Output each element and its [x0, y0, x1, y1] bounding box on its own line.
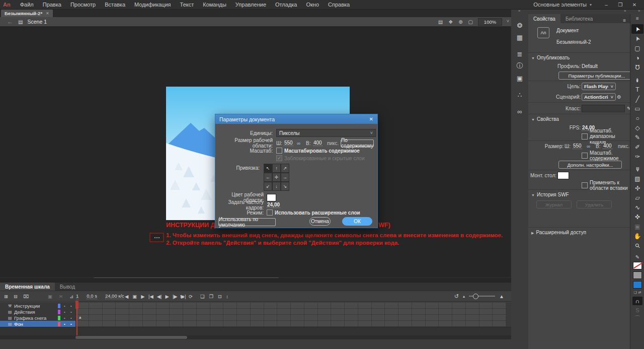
- script-settings-wrench-icon[interactable]: ⚙: [617, 94, 621, 100]
- prev-frame-button[interactable]: ◀|: [157, 294, 162, 299]
- timeline-zoom-slider[interactable]: [469, 296, 495, 297]
- straighten-tool[interactable]: ⁀: [635, 315, 640, 322]
- accessibility-section-header[interactable]: ▶Расширенный доступ: [528, 228, 630, 237]
- swf-history-section-header[interactable]: ▼История SWF: [528, 190, 630, 199]
- center-frame-button[interactable]: ▣: [132, 294, 137, 299]
- transform-panel-icon[interactable]: ▣: [513, 72, 526, 84]
- ink-bottle-tool[interactable]: ✣: [631, 183, 643, 193]
- edit-scene-icon[interactable]: ▤: [438, 19, 443, 25]
- timeline-hscrollbar-thumb[interactable]: [75, 336, 187, 339]
- pen-tool[interactable]: ✒: [631, 75, 643, 85]
- scale-content-checkbox[interactable]: [276, 148, 282, 154]
- play-button[interactable]: ▶: [166, 294, 169, 299]
- log-button[interactable]: Журнал: [536, 200, 572, 208]
- selection-tool[interactable]: ➤: [631, 24, 643, 34]
- puppet-pin-tool[interactable]: ✜: [631, 212, 643, 222]
- new-folder-button[interactable]: ⊟: [14, 294, 18, 299]
- edit-symbols-icon[interactable]: ❖: [448, 19, 453, 25]
- menu-item-4[interactable]: Модификация: [134, 2, 171, 8]
- lasso-tool[interactable]: ℧: [631, 62, 643, 72]
- layer-row-3[interactable]: ▤Фон••: [0, 321, 75, 327]
- layer-name[interactable]: Инструкции: [14, 303, 40, 309]
- use-default-button[interactable]: Использовать по умолчанию: [218, 218, 276, 226]
- frame-rate-value[interactable]: 24,00: [267, 202, 280, 208]
- scale-frame-ranges-checkbox[interactable]: [582, 133, 588, 139]
- anchor-bottom-right[interactable]: ↘: [281, 182, 289, 191]
- stage-zoom-select[interactable]: 100%: [478, 18, 502, 26]
- loop-range-button[interactable]: ⟳: [189, 294, 193, 299]
- next-frame-button[interactable]: |▶: [173, 294, 178, 299]
- layer-lock-dot[interactable]: •: [70, 316, 72, 320]
- paint-bucket-tool[interactable]: ▧: [631, 174, 643, 183]
- center-stage-icon[interactable]: ⊕: [458, 19, 462, 25]
- snow-symbol-instance[interactable]: [149, 233, 164, 242]
- info-panel-icon[interactable]: ⓘ: [513, 60, 526, 72]
- width-value[interactable]: 550: [284, 140, 293, 146]
- text-tool[interactable]: T: [631, 85, 643, 94]
- layer-visibility-dot[interactable]: •: [64, 316, 65, 320]
- clear-button[interactable]: Удалить: [577, 200, 612, 208]
- anchor-top-center[interactable]: ↑: [272, 164, 281, 173]
- stroke-color-swatch[interactable]: [633, 262, 642, 269]
- stage-color-swatch[interactable]: [557, 172, 569, 179]
- layer-name[interactable]: Фон: [14, 321, 23, 327]
- edit-multiple-frames-button[interactable]: ⊡: [218, 294, 222, 299]
- menu-item-8[interactable]: Отладка: [275, 2, 297, 8]
- layer-row-1[interactable]: ▤Действия••: [0, 309, 75, 315]
- menu-item-0[interactable]: Файл: [20, 2, 34, 8]
- match-contents-button[interactable]: По содержимому: [341, 139, 374, 147]
- zoom-tool[interactable]: ⚲: [631, 241, 643, 250]
- line-tool[interactable]: ╱: [631, 94, 643, 104]
- gradient-transform-tool[interactable]: ◑: [631, 53, 643, 62]
- pencil-tool[interactable]: ✎: [631, 132, 643, 142]
- link-icon[interactable]: ∞: [297, 141, 300, 146]
- minimize-button[interactable]: –: [603, 2, 610, 8]
- cancel-button[interactable]: Отмена: [309, 217, 331, 226]
- paint-brush-tool[interactable]: ✑: [631, 152, 643, 161]
- scene-breadcrumb[interactable]: Scene 1: [27, 19, 47, 25]
- camera-button[interactable]: ▣: [48, 294, 52, 299]
- tab-library[interactable]: Библиотека: [560, 14, 598, 23]
- bone-tool[interactable]: ⋔: [631, 164, 643, 174]
- class-input[interactable]: [582, 105, 625, 112]
- units-dropdown[interactable]: Пикселы ˅: [276, 129, 376, 137]
- properties-section-header[interactable]: ▼Свойства: [528, 114, 630, 123]
- layer-row-2[interactable]: ▤Графика снега••: [0, 315, 75, 321]
- eraser-tool[interactable]: ▱: [631, 193, 643, 202]
- layer-color-chip[interactable]: [58, 304, 60, 308]
- script-dropdown[interactable]: ActionScrip... ˅: [582, 93, 616, 101]
- loop-button[interactable]: ⇆: [180, 294, 184, 299]
- stage-hscrollbar[interactable]: [0, 277, 511, 278]
- layer-visibility-dot[interactable]: •: [64, 322, 65, 326]
- subselection-tool[interactable]: ➤: [631, 34, 643, 43]
- layer-visibility-dot[interactable]: •: [64, 310, 65, 314]
- color-panel-icon[interactable]: ❂: [513, 19, 526, 31]
- layer-name[interactable]: Действия: [14, 309, 35, 315]
- back-arrow-icon[interactable]: ←: [7, 18, 13, 25]
- clip-content-icon[interactable]: ▢: [468, 19, 473, 25]
- menu-item-7[interactable]: Управление: [235, 2, 266, 8]
- cc-libraries-icon[interactable]: ∞: [513, 105, 526, 117]
- timeline-zoom-out-icon[interactable]: ▴: [463, 294, 465, 299]
- layer-depth-button[interactable]: ≍: [59, 294, 63, 299]
- layer-name[interactable]: Графика снега: [14, 315, 46, 321]
- height-value[interactable]: 400: [313, 140, 323, 146]
- advanced-settings-button[interactable]: Дополн. настройки...: [558, 161, 622, 169]
- menu-item-2[interactable]: Просмотр: [70, 2, 96, 8]
- target-dropdown[interactable]: Flash Playe... ˅: [582, 83, 616, 90]
- menu-item-3[interactable]: Вставка: [105, 2, 125, 8]
- width-value[interactable]: 550: [573, 143, 582, 149]
- reset-timeline-zoom-icon[interactable]: ↺: [454, 293, 459, 300]
- snap-magnet-tool[interactable]: ∩: [632, 297, 642, 305]
- modify-markers-button[interactable]: ⁝: [226, 294, 228, 299]
- layer-lock-dot[interactable]: •: [70, 322, 72, 326]
- menu-item-9[interactable]: Окно: [306, 2, 319, 8]
- brush-tool[interactable]: ✐: [631, 142, 643, 152]
- new-layer-button[interactable]: ⊞: [4, 294, 8, 299]
- publish-section-header[interactable]: ▼Опубликовать: [528, 53, 630, 62]
- frame-rate-counter[interactable]: 24,00 к/с: [105, 293, 124, 299]
- polystar-tool[interactable]: ◇: [631, 123, 643, 132]
- oval-tool[interactable]: ○: [631, 113, 643, 123]
- current-frame-counter[interactable]: 1: [76, 293, 78, 299]
- layer-color-chip[interactable]: [58, 310, 60, 314]
